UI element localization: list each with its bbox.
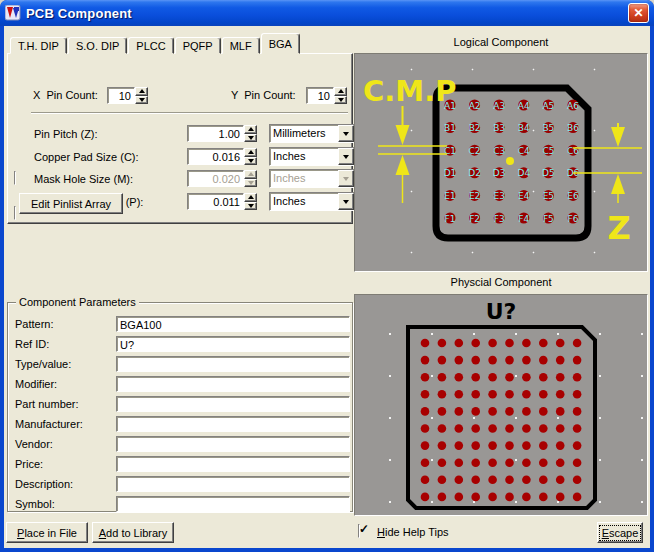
part-number-label: Part number: [15,398,79,410]
y-pin-count-spinner[interactable] [334,87,347,104]
param-row: Description: [8,476,352,492]
component-parameters-group: Component Parameters Pattern:BGA100Ref I… [7,302,353,512]
description-label: Description: [15,478,73,490]
type-value-input[interactable] [116,356,350,372]
svg-text:C5: C5 [542,146,554,156]
paste-stencil-size-p-unit-select[interactable]: Inches [269,192,355,211]
place-in-file-button[interactable]: Place in File [6,522,88,543]
x-pin-count-spinner[interactable] [135,87,148,104]
close-button[interactable]: ✕ [628,3,649,23]
chevron-down-icon[interactable] [338,170,354,187]
tab-plcc[interactable]: PLCC [128,37,173,54]
tab-pqfp[interactable]: PQFP [175,37,221,54]
pin-pitch-z-unit-select[interactable]: Millimeters [269,124,355,143]
svg-text:A2: A2 [469,101,481,111]
pin-pitch-z-up-icon[interactable] [244,125,257,134]
paste-stencil-size-p-down-icon[interactable] [244,202,257,211]
copper-pad-size-c-input[interactable]: 0.016 [187,148,244,165]
copper-pad-size-c-up-icon[interactable] [244,148,257,157]
copper-pad-size-c-spinner[interactable] [244,148,257,165]
mask-hole-size-m-unit-select[interactable]: Inches [269,169,355,188]
y-pin-count-input[interactable]: 10 [306,87,334,104]
svg-text:F4: F4 [518,214,529,224]
mask-hole-size-m-up-icon[interactable] [244,170,257,179]
svg-text:Z: Z [607,209,630,247]
y-pin-count-down-icon[interactable] [334,96,347,105]
pin-pitch-z-input[interactable]: 1.00 [187,125,244,142]
bga-tab-page: X Pin Count: 10 Y Pin Count: 10 Pin Pitc… [7,53,353,224]
pin-pitch-z-down-icon[interactable] [244,134,257,143]
physical-component-label: Physcial Component [354,276,648,288]
size-field-row: Paste Stencil Size (P): 0.011 Inches [8,66,352,78]
logical-component-preview: A1A2A3A4A5A6B1B2B3B4B5B6C1C2C3C4C5C6D1D2… [354,53,648,272]
price-input[interactable] [116,456,350,472]
paste-stencil-size-p-input[interactable]: 0.011 [187,193,244,210]
edit-pinlist-array-button[interactable]: Edit Pinlist Array [19,193,123,214]
paste-stencil-size-p-checkbox[interactable] [14,206,16,220]
svg-text:C.M.P: C.M.P [363,74,456,108]
copper-pad-size-c-down-icon[interactable] [244,157,257,166]
paste-stencil-size-p-up-icon[interactable] [244,193,257,202]
svg-text:F2: F2 [469,214,480,224]
physical-component-preview: U? [354,294,648,516]
svg-text:E5: E5 [543,191,554,201]
y-pin-count-up-icon[interactable] [334,87,347,96]
svg-text:C2: C2 [469,146,481,156]
x-pin-count-up-icon[interactable] [135,87,148,96]
x-pin-count-down-icon[interactable] [135,96,148,105]
pin-pitch-z-spinner[interactable] [244,125,257,142]
add-to-library-button[interactable]: Add to Library [92,522,174,543]
manufacturer-label: Manufacturer: [15,418,83,430]
tab-bga[interactable]: BGA [261,33,300,54]
pattern-label: Pattern: [15,318,54,330]
escape-button[interactable]: Escape [597,522,643,543]
pattern-input[interactable]: BGA100 [116,316,350,332]
part-number-input[interactable] [116,396,350,412]
svg-text:C3: C3 [493,146,505,156]
mask-hole-size-m-down-icon[interactable] [244,179,257,188]
svg-text:E2: E2 [469,191,480,201]
paste-stencil-size-p-spinner[interactable] [244,193,257,210]
pin-pitch-z-unit-value: Millimeters [270,125,338,142]
param-row: Modifier: [8,376,352,392]
tab-mlf[interactable]: MLF [222,37,260,54]
hide-help-tips-label: Hide Help Tips [377,526,449,538]
copper-pad-size-c-label: Copper Pad Size (C): [34,151,139,163]
description-input[interactable] [116,476,350,492]
svg-text:B1: B1 [444,123,456,133]
svg-text:B4: B4 [518,123,530,133]
vendor-input[interactable] [116,436,350,452]
ref-id-input[interactable]: U? [116,336,350,352]
mask-hole-size-m-spinner[interactable] [244,170,257,187]
x-pin-count-input[interactable]: 10 [107,87,135,104]
svg-text:F3: F3 [494,214,505,224]
chevron-down-icon[interactable] [338,148,354,165]
modifier-input[interactable] [116,376,350,392]
logical-component-label: Logical Component [354,36,648,48]
svg-text:U?: U? [486,299,517,324]
tab-strip: T.H. DIPS.O. DIPPLCCPQFPMLFBGA [10,33,301,54]
copper-pad-size-c-unit-value: Inches [270,148,338,165]
svg-text:F1: F1 [445,214,456,224]
svg-text:D1: D1 [444,168,457,178]
mask-hole-size-m-label: Mask Hole Size (M): [34,173,133,185]
svg-text:E1: E1 [444,191,455,201]
svg-text:A3: A3 [493,101,505,111]
mask-hole-size-m-checkbox[interactable] [14,171,16,185]
mask-hole-size-m-input[interactable]: 0.020 [187,170,244,187]
copper-pad-size-c-unit-select[interactable]: Inches [269,147,355,166]
symbol-input[interactable] [116,496,350,512]
tab-s-o-dip[interactable]: S.O. DIP [68,37,127,54]
hide-help-tips-checkbox[interactable]: ✓ [358,524,360,538]
svg-text:A5: A5 [542,101,554,111]
window-title: PCB Component [26,6,132,21]
svg-text:D5: D5 [542,168,555,178]
svg-text:C6: C6 [567,146,579,156]
svg-text:B3: B3 [493,123,505,133]
chevron-down-icon[interactable] [338,193,354,210]
chevron-down-icon[interactable] [338,125,354,142]
component-parameters-title: Component Parameters [16,296,139,308]
tab-t-h-dip[interactable]: T.H. DIP [10,37,67,54]
logical-component-drawing: A1A2A3A4A5A6B1B2B3B4B5B6C1C2C3C4C5C6D1D2… [355,54,647,271]
manufacturer-input[interactable] [116,416,350,432]
